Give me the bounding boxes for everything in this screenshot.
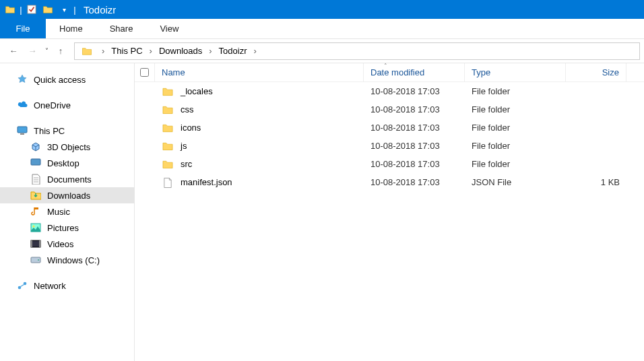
tree-quick-access[interactable]: Quick access bbox=[0, 71, 134, 88]
row-name: js bbox=[181, 141, 187, 151]
tree-network[interactable]: Network bbox=[0, 277, 134, 294]
tab-home[interactable]: Home bbox=[46, 19, 96, 38]
tree-desktop[interactable]: Desktop bbox=[0, 155, 134, 171]
row-name-cell[interactable]: manifest.json bbox=[155, 177, 364, 188]
folder-icon bbox=[162, 141, 174, 152]
select-all-checkbox[interactable] bbox=[135, 63, 155, 81]
tree-child-label: 3D Objects bbox=[47, 142, 90, 152]
picture-icon bbox=[30, 222, 42, 233]
row-type: File folder bbox=[465, 123, 566, 133]
file-tab[interactable]: File bbox=[0, 19, 46, 38]
row-name: css bbox=[181, 104, 194, 114]
tree-child-label: Videos bbox=[47, 239, 74, 249]
file-row[interactable]: css10-08-2018 17:03File folder bbox=[135, 100, 644, 119]
tree-child-label: Music bbox=[47, 207, 70, 217]
file-rows: _locales10-08-2018 17:03File foldercss10… bbox=[135, 82, 644, 191]
row-date: 10-08-2018 17:03 bbox=[364, 141, 465, 151]
chevron-right-icon[interactable]: › bbox=[99, 46, 107, 56]
drive-icon bbox=[30, 255, 42, 265]
chevron-right-icon[interactable]: › bbox=[147, 46, 155, 56]
file-row[interactable]: js10-08-2018 17:03File folder bbox=[135, 137, 644, 155]
file-icon bbox=[162, 177, 174, 188]
chevron-right-icon[interactable]: › bbox=[206, 46, 214, 56]
column-type[interactable]: Type bbox=[465, 63, 566, 81]
file-row[interactable]: _locales10-08-2018 17:03File folder bbox=[135, 82, 644, 100]
document-icon bbox=[30, 174, 42, 185]
row-name-cell[interactable]: src bbox=[155, 159, 364, 170]
nav-recent-dropdown[interactable]: ˅ bbox=[42, 42, 51, 61]
address-bar-row: ← → ˅ ↑ › This PC › Downloads › Todoizr … bbox=[0, 39, 644, 63]
tree-this-pc[interactable]: This PC bbox=[0, 123, 134, 139]
tree-3d-objects[interactable]: 3D Objects bbox=[0, 139, 134, 155]
tree-onedrive[interactable]: OneDrive bbox=[0, 97, 134, 113]
tree-documents[interactable]: Documents bbox=[0, 171, 134, 187]
breadcrumb-todoizr[interactable]: Todoizr bbox=[215, 43, 251, 59]
navigation-tree: Quick access OneDrive This PC 3D Objects… bbox=[0, 63, 135, 361]
row-name-cell[interactable]: css bbox=[155, 104, 364, 115]
row-date: 10-08-2018 17:03 bbox=[364, 104, 465, 114]
row-date: 10-08-2018 17:03 bbox=[364, 159, 465, 169]
tree-windows-c[interactable]: Windows (C:) bbox=[0, 252, 134, 268]
row-date: 10-08-2018 17:03 bbox=[364, 177, 465, 187]
row-name: manifest.json bbox=[181, 177, 232, 187]
nav-back-button[interactable]: ← bbox=[4, 42, 23, 61]
row-type: File folder bbox=[465, 104, 566, 114]
ribbon: File Home Share View bbox=[0, 19, 644, 39]
folder-icon bbox=[162, 159, 174, 170]
row-type: File folder bbox=[465, 141, 566, 151]
chevron-right-icon[interactable]: › bbox=[251, 46, 259, 56]
qa-properties-icon[interactable] bbox=[24, 2, 39, 17]
network-icon bbox=[16, 280, 28, 291]
sort-indicator-icon: ˄ bbox=[384, 63, 387, 69]
tree-child-label: Windows (C:) bbox=[47, 255, 100, 265]
video-icon bbox=[30, 238, 42, 249]
star-icon bbox=[16, 74, 28, 85]
tree-child-label: Pictures bbox=[47, 223, 79, 233]
nav-forward-button: → bbox=[23, 42, 42, 61]
download-folder-icon bbox=[30, 190, 42, 201]
qa-customize-dropdown[interactable]: ▾ bbox=[57, 2, 71, 17]
column-headers: Name Date modified Type Size ˄ bbox=[135, 63, 644, 82]
column-date[interactable]: Date modified bbox=[364, 63, 465, 81]
qa-newfolder-icon[interactable] bbox=[40, 2, 55, 17]
tree-videos[interactable]: Videos bbox=[0, 236, 134, 252]
music-icon bbox=[30, 206, 42, 217]
tree-pictures[interactable]: Pictures bbox=[0, 220, 134, 236]
row-name: icons bbox=[181, 123, 201, 133]
app-folder-icon bbox=[3, 2, 18, 17]
tree-downloads[interactable]: Downloads bbox=[0, 187, 134, 203]
sep-icon: | bbox=[19, 2, 23, 17]
file-row[interactable]: manifest.json10-08-2018 17:03JSON File1 … bbox=[135, 173, 644, 191]
tree-child-label: Downloads bbox=[47, 191, 90, 201]
breadcrumb-this-pc[interactable]: This PC bbox=[107, 43, 146, 59]
breadcrumb-downloads[interactable]: Downloads bbox=[155, 43, 206, 59]
nav-up-button[interactable]: ↑ bbox=[51, 42, 70, 61]
column-size[interactable]: Size bbox=[566, 63, 626, 81]
tree-this-pc-label: This PC bbox=[34, 126, 65, 136]
tree-network-label: Network bbox=[34, 281, 66, 291]
column-name[interactable]: Name bbox=[155, 63, 364, 81]
file-list: Name Date modified Type Size ˄ _locales1… bbox=[135, 63, 644, 361]
row-name-cell[interactable]: _locales bbox=[155, 86, 364, 97]
folder-icon bbox=[162, 123, 174, 133]
breadcrumb-root-icon[interactable] bbox=[77, 43, 99, 59]
row-type: File folder bbox=[465, 86, 566, 96]
tab-view[interactable]: View bbox=[146, 19, 192, 38]
file-row[interactable]: icons10-08-2018 17:03File folder bbox=[135, 119, 644, 137]
title-bar: | ▾ | Todoizr bbox=[0, 0, 644, 19]
main-pane: Quick access OneDrive This PC 3D Objects… bbox=[0, 63, 644, 361]
row-date: 10-08-2018 17:03 bbox=[364, 123, 465, 133]
sep-icon-2: | bbox=[73, 2, 77, 17]
folder-icon bbox=[162, 86, 174, 97]
file-row[interactable]: src10-08-2018 17:03File folder bbox=[135, 155, 644, 173]
row-size: 1 KB bbox=[566, 177, 626, 187]
row-name: _locales bbox=[181, 86, 213, 96]
address-bar[interactable]: › This PC › Downloads › Todoizr › bbox=[74, 42, 640, 60]
row-name-cell[interactable]: icons bbox=[155, 123, 364, 133]
tree-quick-access-label: Quick access bbox=[34, 75, 86, 85]
tree-music[interactable]: Music bbox=[0, 203, 134, 220]
tab-share[interactable]: Share bbox=[96, 19, 147, 38]
tree-child-label: Documents bbox=[47, 174, 92, 185]
row-name-cell[interactable]: js bbox=[155, 141, 364, 152]
cloud-icon bbox=[16, 100, 28, 110]
